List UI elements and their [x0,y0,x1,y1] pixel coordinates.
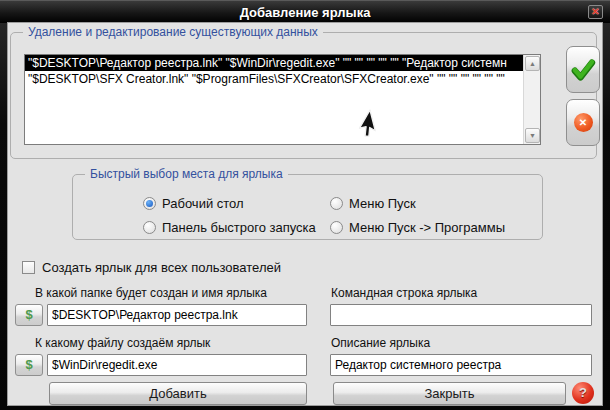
delete-entry-button[interactable]: ✕ [566,99,600,146]
all-users-checkbox-row[interactable]: Создать ярлык для всех пользователей [22,259,281,276]
add-button[interactable]: Добавить [49,382,307,405]
scroll-up-icon[interactable]: ▲ [525,56,540,71]
radio-desktop[interactable]: Рабочий стол [143,195,244,212]
red-cross-icon: ✕ [574,113,593,132]
radio-circle-icon[interactable] [143,221,156,234]
help-icon[interactable]: ? [572,382,594,404]
radio-quick-launch[interactable]: Панель быстрого запуска [143,219,316,236]
confirm-edit-button[interactable] [566,46,600,93]
description-input[interactable] [330,354,592,376]
shortcut-path-label: В какой папке будет создан и имя ярлыка [35,286,267,300]
listbox-scrollbar[interactable]: ▲ ▼ [523,55,540,144]
dollar-variable-button[interactable]: $ [15,304,43,326]
scroll-down-icon[interactable]: ▼ [525,128,540,143]
close-button[interactable]: Закрыть [333,382,566,405]
radio-label: Меню Пуск [349,196,416,211]
target-file-label: К какому файлу создаём ярлык [35,336,210,350]
radio-label: Панель быстрого запуска [162,220,316,235]
command-line-label: Командная строка ярлыка [331,286,477,300]
target-file-input[interactable] [47,354,307,376]
radio-label: Рабочий стол [162,196,244,211]
shortcut-listbox[interactable]: "$DESKTOP\Редактор реестра.lnk" "$WinDir… [24,54,541,145]
radio-start-menu[interactable]: Меню Пуск [330,195,416,212]
radio-circle-icon[interactable] [330,221,343,234]
checkbox-icon[interactable] [22,261,35,274]
window-title: Добавление ярлыка [240,5,371,20]
description-label: Описание ярлыка [331,336,430,350]
command-line-input[interactable] [330,304,592,326]
list-item[interactable]: "$DESKTOP\Редактор реестра.lnk" "$WinDir… [25,55,523,71]
existing-data-group-label: Удаление и редактирование существующих д… [23,25,323,39]
radio-start-menu-programs[interactable]: Меню Пуск -> Программы [330,219,505,236]
close-icon[interactable]: ✕ [588,5,603,19]
radio-circle-icon[interactable] [330,197,343,210]
dialog-content: Удаление и редактирование существующих д… [8,23,602,405]
dollar-variable-button[interactable]: $ [15,354,43,376]
shortcut-path-input[interactable] [47,304,307,326]
radio-circle-icon[interactable] [143,197,156,210]
checkbox-label: Создать ярлык для всех пользователей [42,260,281,275]
radio-label: Меню Пуск -> Программы [349,220,505,235]
list-item[interactable]: "$DESKTOP\SFX Creator.lnk" "$ProgramFile… [25,71,523,87]
listbox-rows: "$DESKTOP\Редактор реестра.lnk" "$WinDir… [25,55,523,144]
placement-group-label: Быстрый выбор места для ярлыка [85,167,288,181]
titlebar: Добавление ярлыка ✕ [0,1,610,23]
dialog-window: Добавление ярлыка ✕ Удаление и редактиро… [0,0,610,410]
green-check-icon [570,57,596,83]
